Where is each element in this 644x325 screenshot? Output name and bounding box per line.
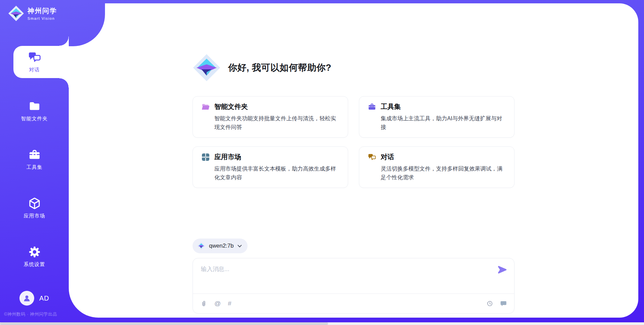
conversation-button[interactable]: [500, 300, 507, 307]
card-header: 智能文件夹: [202, 102, 339, 111]
message-input[interactable]: [193, 258, 481, 289]
sidebar-item-label: 工具集: [26, 164, 43, 171]
model-name: qwen2:7b: [209, 243, 234, 249]
greeting-title: 你好, 我可以如何帮助你?: [228, 62, 331, 74]
copyright-footer: ©神州数码 · 神州问学出品: [4, 311, 57, 317]
send-icon: [497, 265, 507, 275]
send-button[interactable]: [497, 264, 507, 275]
comment-icon: [500, 300, 507, 307]
at-sign-icon: @: [214, 300, 221, 307]
hashtag-button[interactable]: #: [228, 300, 231, 307]
gear-icon: [28, 246, 41, 258]
app-root: { "app": { "brand_cn": "神州问学", "brand_en…: [0, 0, 644, 325]
card-title: 智能文件夹: [214, 102, 248, 111]
toolbar-left: @ #: [200, 300, 231, 307]
hash-icon: #: [228, 300, 231, 307]
sidebar-item-label: 对话: [29, 67, 40, 73]
card-toolset[interactable]: 工具集 集成市场上主流工具，助力AI与外界无缝扩展与对接: [359, 96, 515, 138]
sidebar-item-label: 应用市场: [24, 213, 45, 219]
folder-open-icon: [202, 103, 210, 111]
horizontal-scrollbar-thumb[interactable]: [0, 322, 328, 325]
brand-text: 神州问学 Smart Vision: [28, 6, 57, 20]
sidebar-item-smart-folder[interactable]: 智能文件夹: [0, 95, 69, 127]
brand-logo: 神州问学 Smart Vision: [8, 5, 57, 21]
chat-bubbles-icon: [368, 153, 376, 161]
model-selector[interactable]: qwen2:7b: [193, 239, 248, 253]
active-tab-curve-top: [59, 37, 69, 46]
card-description: 应用市场提供丰富长文本模板，助力高效生成多样化文章内容: [214, 164, 339, 182]
user-profile[interactable]: AD: [19, 291, 49, 306]
horizontal-scrollbar-track: [0, 322, 644, 325]
card-header: 对话: [368, 152, 505, 161]
user-initials: AD: [39, 295, 49, 302]
history-button[interactable]: [486, 300, 493, 307]
card-app-market[interactable]: 应用市场 应用市场提供丰富长文本模板，助力高效生成多样化文章内容: [193, 146, 348, 188]
card-description: 集成市场上主流工具，助力AI与外界无缝扩展与对接: [381, 114, 505, 132]
sidebar-item-chat[interactable]: 对话: [0, 46, 69, 78]
briefcase-icon: [368, 103, 376, 111]
sidebar-item-label: 系统设置: [24, 261, 45, 268]
main-panel: 你好, 我可以如何帮助你? 智能文件夹 智能文件夹功能支持批量文件上传与清洗，轻…: [69, 3, 638, 318]
card-smart-folder[interactable]: 智能文件夹 智能文件夹功能支持批量文件上传与清洗，轻松实现文件问答: [193, 96, 348, 138]
card-chat[interactable]: 对话 灵活切换多模型文件，支持多样回复效果调试，满足个性化需求: [359, 146, 515, 188]
grid-icon: [202, 153, 210, 161]
chevron-down-icon: [237, 245, 242, 248]
card-title: 应用市场: [214, 152, 241, 161]
composer-toolbar: @ #: [193, 294, 514, 313]
sidebar: 神州问学 Smart Vision 对话 智能文件夹: [0, 0, 69, 325]
paperclip-icon: [200, 300, 207, 307]
sidebar-item-app-market[interactable]: 应用市场: [0, 192, 69, 224]
card-header: 应用市场: [202, 152, 339, 161]
card-title: 工具集: [381, 102, 401, 111]
sidebar-item-toolset[interactable]: 工具集: [0, 143, 69, 176]
panel-corner-curve: [69, 3, 105, 46]
cube-icon: [28, 197, 41, 210]
mention-button[interactable]: @: [214, 300, 221, 307]
main-content: 你好, 我可以如何帮助你? 智能文件夹 智能文件夹功能支持批量文件上传与清洗，轻…: [193, 3, 515, 318]
diamond-logo-icon: [197, 242, 205, 250]
feature-cards: 智能文件夹 智能文件夹功能支持批量文件上传与清洗，轻松实现文件问答 工具集 集成…: [193, 96, 515, 188]
card-description: 智能文件夹功能支持批量文件上传与清洗，轻松实现文件问答: [214, 114, 339, 132]
diamond-logo-icon: [193, 54, 221, 82]
greeting-row: 你好, 我可以如何帮助你?: [193, 54, 331, 82]
chat-bubbles-icon: [28, 51, 41, 64]
diamond-logo-icon: [8, 5, 24, 21]
card-title: 对话: [381, 152, 394, 161]
card-description: 灵活切换多模型文件，支持多样回复效果调试，满足个性化需求: [381, 164, 505, 182]
briefcase-icon: [28, 148, 41, 161]
history-icon: [486, 300, 493, 307]
brand-name-en: Smart Vision: [28, 16, 57, 20]
attach-file-button[interactable]: [200, 300, 207, 307]
message-composer: @ #: [193, 258, 515, 314]
folder-icon: [28, 100, 41, 113]
card-header: 工具集: [368, 102, 505, 111]
avatar: [19, 291, 34, 306]
sidebar-item-settings[interactable]: 系统设置: [0, 241, 69, 273]
person-icon: [22, 294, 31, 303]
toolbar-right: [486, 300, 507, 307]
active-tab-curve-bottom: [59, 78, 69, 87]
sidebar-item-label: 智能文件夹: [21, 116, 48, 122]
brand-name-cn: 神州问学: [28, 6, 57, 15]
